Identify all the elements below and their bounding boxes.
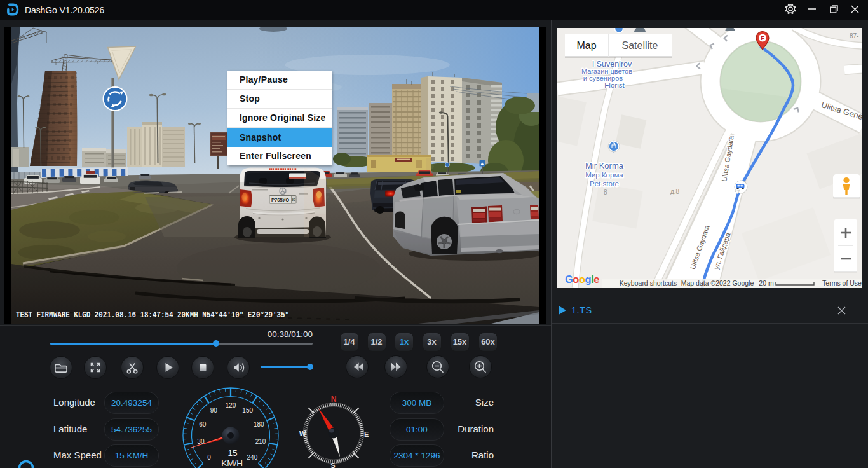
svg-text:210: 210 <box>255 438 266 445</box>
svg-text:Satellite: Satellite <box>622 40 658 51</box>
svg-text:Map data ©2022 Google: Map data ©2022 Google <box>681 279 754 287</box>
svg-text:N: N <box>331 395 337 404</box>
svg-text:240: 240 <box>247 454 258 461</box>
svg-text:Florist: Florist <box>604 81 625 89</box>
svg-text:180: 180 <box>254 421 264 428</box>
svg-text:0: 0 <box>207 454 211 461</box>
svg-text:15: 15 <box>227 448 237 458</box>
svg-text:90: 90 <box>210 407 218 414</box>
svg-text:Keyboard shortcuts: Keyboard shortcuts <box>620 279 677 287</box>
svg-text:Mir Korma: Mir Korma <box>585 161 624 170</box>
svg-text:Terms of Use: Terms of Use <box>822 279 862 287</box>
svg-text:Google: Google <box>565 273 599 285</box>
svg-text:E: E <box>364 430 369 438</box>
svg-text:120: 120 <box>226 402 236 409</box>
svg-text:д.8: д.8 <box>670 188 680 195</box>
svg-text:20 m: 20 m <box>759 279 774 287</box>
svg-text:150: 150 <box>242 407 253 414</box>
svg-text:60: 60 <box>199 421 207 428</box>
svg-text:Мир Корма: Мир Корма <box>585 171 623 179</box>
svg-text:8: 8 <box>604 189 607 196</box>
svg-text:F: F <box>761 35 764 41</box>
svg-text:Map: Map <box>576 40 596 51</box>
svg-text:S: S <box>330 462 335 468</box>
svg-text:W: W <box>299 430 306 437</box>
svg-text:Pet store: Pet store <box>590 180 619 188</box>
svg-text:87-: 87- <box>850 32 858 39</box>
svg-text:KM/H: KM/H <box>221 458 243 468</box>
svg-text:TEST FIRMWARE KLGD 2021.08.16: TEST FIRMWARE KLGD 2021.08.16 18:47:54 2… <box>16 310 289 320</box>
